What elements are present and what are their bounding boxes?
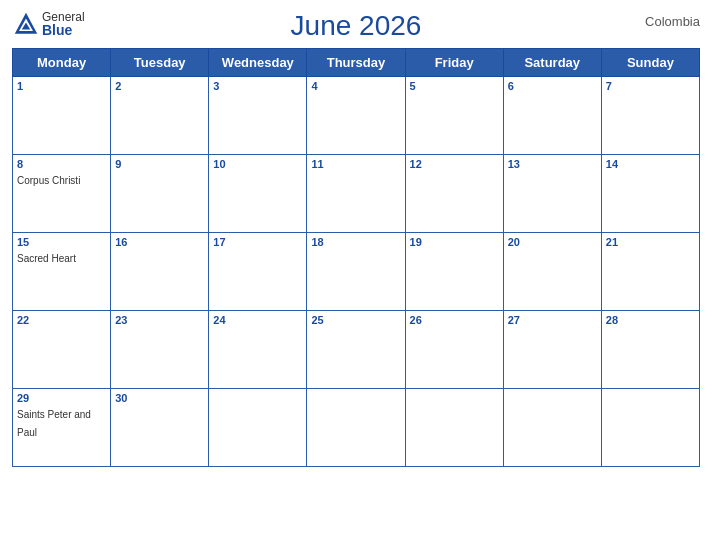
day-number: 5 (410, 80, 499, 92)
calendar-cell: 20 (503, 233, 601, 311)
calendar-cell: 8Corpus Christi (13, 155, 111, 233)
calendar-cell: 25 (307, 311, 405, 389)
calendar-week-row: 15Sacred Heart161718192021 (13, 233, 700, 311)
day-number: 8 (17, 158, 106, 170)
calendar-title: June 2026 (291, 10, 422, 42)
calendar-cell: 9 (111, 155, 209, 233)
calendar-week-row: 22232425262728 (13, 311, 700, 389)
day-number: 20 (508, 236, 597, 248)
calendar-cell: 5 (405, 77, 503, 155)
calendar-cell: 23 (111, 311, 209, 389)
header-saturday: Saturday (503, 49, 601, 77)
calendar-cell: 10 (209, 155, 307, 233)
days-header-row: Monday Tuesday Wednesday Thursday Friday… (13, 49, 700, 77)
header-friday: Friday (405, 49, 503, 77)
calendar-cell: 17 (209, 233, 307, 311)
calendar-cell: 14 (601, 155, 699, 233)
day-number: 19 (410, 236, 499, 248)
day-number: 25 (311, 314, 400, 326)
header-thursday: Thursday (307, 49, 405, 77)
calendar-grid: Monday Tuesday Wednesday Thursday Friday… (12, 48, 700, 467)
day-number: 30 (115, 392, 204, 404)
day-number: 23 (115, 314, 204, 326)
day-number: 22 (17, 314, 106, 326)
day-number: 15 (17, 236, 106, 248)
day-number: 27 (508, 314, 597, 326)
calendar-week-row: 8Corpus Christi91011121314 (13, 155, 700, 233)
calendar-cell: 6 (503, 77, 601, 155)
country-label: Colombia (645, 14, 700, 29)
calendar-cell: 3 (209, 77, 307, 155)
calendar-cell (307, 389, 405, 467)
calendar-cell (209, 389, 307, 467)
day-number: 3 (213, 80, 302, 92)
calendar-header: General Blue June 2026 Colombia (12, 10, 700, 42)
holiday-name: Sacred Heart (17, 253, 76, 264)
holiday-name: Saints Peter and Paul (17, 409, 91, 438)
logo-blue-text: Blue (42, 23, 85, 37)
calendar-cell: 30 (111, 389, 209, 467)
day-number: 12 (410, 158, 499, 170)
day-number: 7 (606, 80, 695, 92)
calendar-week-row: 1234567 (13, 77, 700, 155)
calendar-cell: 12 (405, 155, 503, 233)
day-number: 10 (213, 158, 302, 170)
day-number: 4 (311, 80, 400, 92)
header-wednesday: Wednesday (209, 49, 307, 77)
holiday-name: Corpus Christi (17, 175, 80, 186)
calendar-cell: 24 (209, 311, 307, 389)
calendar-cell (405, 389, 503, 467)
calendar-cell (601, 389, 699, 467)
day-number: 28 (606, 314, 695, 326)
calendar-thead: Monday Tuesday Wednesday Thursday Friday… (13, 49, 700, 77)
calendar-cell: 19 (405, 233, 503, 311)
calendar-cell: 18 (307, 233, 405, 311)
calendar-cell: 2 (111, 77, 209, 155)
day-number: 13 (508, 158, 597, 170)
logo-text: General Blue (42, 11, 85, 37)
day-number: 2 (115, 80, 204, 92)
calendar-cell: 16 (111, 233, 209, 311)
calendar-cell: 7 (601, 77, 699, 155)
header-tuesday: Tuesday (111, 49, 209, 77)
day-number: 21 (606, 236, 695, 248)
day-number: 18 (311, 236, 400, 248)
calendar-container: General Blue June 2026 Colombia Monday T… (0, 0, 712, 550)
header-monday: Monday (13, 49, 111, 77)
header-sunday: Sunday (601, 49, 699, 77)
calendar-cell: 27 (503, 311, 601, 389)
calendar-cell: 15Sacred Heart (13, 233, 111, 311)
calendar-cell: 21 (601, 233, 699, 311)
calendar-week-row: 29Saints Peter and Paul30 (13, 389, 700, 467)
day-number: 16 (115, 236, 204, 248)
calendar-cell: 22 (13, 311, 111, 389)
calendar-cell: 11 (307, 155, 405, 233)
day-number: 6 (508, 80, 597, 92)
logo-area: General Blue (12, 10, 85, 38)
calendar-cell (503, 389, 601, 467)
calendar-cell: 1 (13, 77, 111, 155)
day-number: 9 (115, 158, 204, 170)
calendar-body: 12345678Corpus Christi9101112131415Sacre… (13, 77, 700, 467)
day-number: 26 (410, 314, 499, 326)
calendar-cell: 26 (405, 311, 503, 389)
day-number: 14 (606, 158, 695, 170)
day-number: 24 (213, 314, 302, 326)
day-number: 1 (17, 80, 106, 92)
calendar-cell: 28 (601, 311, 699, 389)
calendar-cell: 4 (307, 77, 405, 155)
day-number: 11 (311, 158, 400, 170)
calendar-cell: 29Saints Peter and Paul (13, 389, 111, 467)
day-number: 17 (213, 236, 302, 248)
calendar-cell: 13 (503, 155, 601, 233)
logo-icon (12, 10, 40, 38)
day-number: 29 (17, 392, 106, 404)
